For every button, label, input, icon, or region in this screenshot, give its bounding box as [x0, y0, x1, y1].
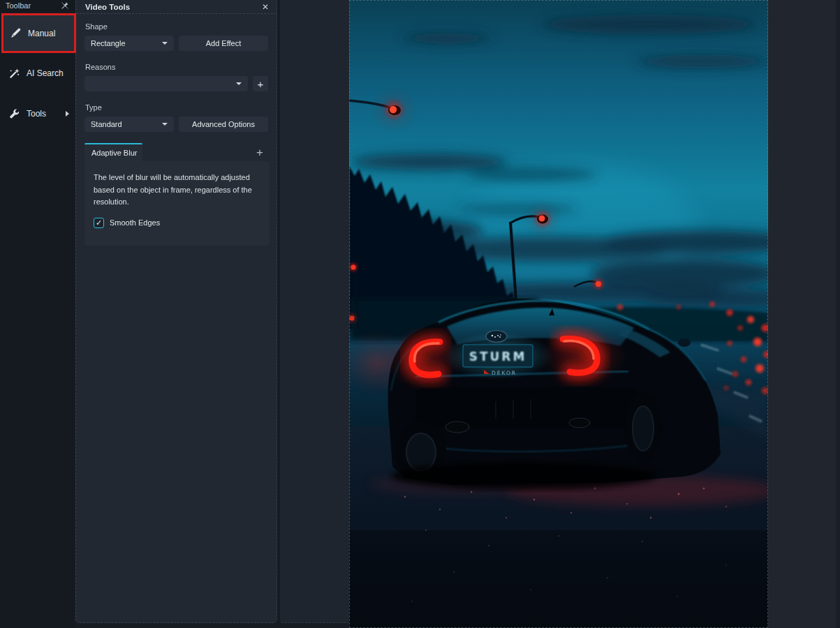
ai-magic-icon: [8, 68, 20, 80]
add-tab-button[interactable]: +: [256, 146, 268, 161]
sidebar-item-label: Manual: [28, 29, 55, 38]
sidebar-item-label: Tools: [27, 109, 46, 119]
car-night-photo: STURM DEKOR: [349, 0, 768, 628]
unpin-icon[interactable]: [61, 1, 69, 10]
close-icon[interactable]: ✕: [262, 2, 269, 12]
add-effect-button[interactable]: Add Effect: [179, 36, 268, 51]
video-tools-panel: Video Tools ✕ Shape Rectangle Add Effect…: [75, 0, 277, 623]
sidebar-item-label: AI Search: [27, 68, 64, 78]
type-select-value: Standard: [91, 120, 122, 128]
wrench-icon: [8, 108, 20, 120]
chevron-down-icon: [162, 42, 168, 45]
sidebar-item-tools[interactable]: Tools: [0, 102, 75, 126]
shape-select-value: Rectangle: [91, 39, 126, 47]
pencil-icon: [10, 27, 22, 39]
chevron-down-icon: [236, 82, 242, 85]
sidebar-item-ai-search[interactable]: AI Search: [0, 61, 75, 85]
smooth-edges-checkbox[interactable]: ✓: [94, 218, 104, 228]
video-tools-body: Shape Rectangle Add Effect Reasons + Typ…: [76, 14, 277, 246]
advanced-options-button[interactable]: Advanced Options: [179, 117, 268, 132]
shape-label: Shape: [85, 22, 267, 31]
photo-vignette: [349, 530, 768, 628]
reasons-select[interactable]: [84, 76, 248, 91]
reasons-row: +: [84, 76, 268, 91]
sidebar-item-manual[interactable]: Manual: [1, 13, 76, 53]
reasons-label: Reasons: [85, 63, 267, 71]
scrollbar-track[interactable]: [836, 0, 840, 628]
photo-maker-badge: [486, 331, 507, 343]
chevron-down-icon: [162, 123, 168, 126]
toolbar-panel: Toolbar Manual AI Search: [0, 0, 75, 628]
shape-row: Rectangle Add Effect: [84, 36, 268, 51]
tab-label: Adaptive Blur: [91, 149, 137, 157]
chevron-right-icon: [66, 111, 69, 117]
smooth-edges-row: ✓ Smooth Edges: [94, 218, 260, 228]
effect-tabs: Adaptive Blur +: [84, 143, 268, 161]
smooth-edges-label: Smooth Edges: [110, 218, 160, 227]
panel-title: Video Tools: [85, 3, 130, 11]
adaptive-blur-description: The level of blur will be automatically …: [94, 172, 260, 209]
right-gutter: [768, 0, 840, 628]
toolbar-header: Toolbar: [0, 0, 75, 10]
plate-badge-text: DEKOR: [492, 370, 517, 376]
type-row: Standard Advanced Options: [84, 117, 268, 132]
secondary-panel: [280, 0, 349, 623]
image-canvas[interactable]: STURM DEKOR: [349, 0, 768, 628]
type-label: Type: [85, 103, 267, 112]
toolbar-title: Toolbar: [6, 1, 31, 10]
type-select[interactable]: Standard: [84, 117, 174, 132]
add-reason-button[interactable]: +: [253, 76, 268, 91]
shape-select[interactable]: Rectangle: [84, 36, 174, 51]
adaptive-blur-card: The level of blur will be automatically …: [84, 161, 270, 246]
tab-adaptive-blur[interactable]: Adaptive Blur: [84, 143, 142, 161]
app-root: Toolbar Manual AI Search: [0, 0, 840, 628]
video-tools-header: Video Tools ✕: [76, 0, 277, 14]
license-plate-text: STURM: [469, 350, 527, 364]
